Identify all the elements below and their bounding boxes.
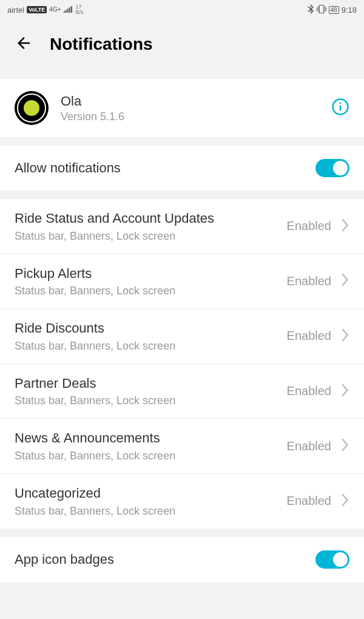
category-title: Ride Status and Account Updates	[15, 210, 277, 228]
bluetooth-icon	[307, 4, 314, 16]
back-arrow-icon[interactable]	[15, 34, 33, 55]
page-title: Notifications	[50, 35, 153, 54]
clock: 9:18	[342, 5, 357, 15]
category-ride-discounts[interactable]: Ride Discounts Status bar, Banners, Lock…	[0, 309, 364, 364]
category-sub: Status bar, Banners, Lock screen	[15, 450, 277, 462]
category-status: Enabled	[287, 494, 331, 508]
app-info-card: Ola Version 5.1.6	[0, 79, 364, 137]
chevron-right-icon	[341, 438, 349, 454]
category-status: Enabled	[287, 384, 331, 398]
app-icon-badges-label: App icon badges	[15, 552, 114, 567]
chevron-right-icon	[341, 218, 349, 234]
allow-notifications-row[interactable]: Allow notifications	[0, 146, 364, 191]
app-icon-badges-row[interactable]: App icon badges	[0, 537, 364, 582]
status-bar: airtel VoLTE 4G+ 17 B/s 48 9:18	[0, 0, 364, 19]
info-icon[interactable]	[331, 98, 349, 118]
category-title: Pickup Alerts	[15, 265, 277, 283]
category-sub: Status bar, Banners, Lock screen	[15, 285, 277, 297]
category-ride-status[interactable]: Ride Status and Account Updates Status b…	[0, 199, 364, 254]
category-pickup-alerts[interactable]: Pickup Alerts Status bar, Banners, Lock …	[0, 254, 364, 310]
allow-notifications-toggle[interactable]	[315, 159, 349, 177]
app-icon	[15, 91, 49, 125]
battery-indicator: 48	[329, 6, 339, 14]
chevron-right-icon	[341, 273, 349, 289]
volte-badge: VoLTE	[27, 6, 47, 13]
chevron-right-icon	[341, 328, 349, 344]
category-uncategorized[interactable]: Uncategorized Status bar, Banners, Lock …	[0, 474, 364, 529]
carrier-label: airtel	[7, 5, 24, 15]
category-status: Enabled	[287, 329, 331, 343]
category-sub: Status bar, Banners, Lock screen	[15, 505, 277, 518]
category-title: News & Announcements	[15, 430, 277, 447]
app-bar: Notifications	[0, 19, 364, 69]
category-status: Enabled	[287, 219, 331, 233]
category-news-announcements[interactable]: News & Announcements Status bar, Banners…	[0, 419, 364, 474]
signal-icon	[64, 5, 73, 15]
category-sub: Status bar, Banners, Lock screen	[15, 394, 277, 407]
app-icon-badges-section: App icon badges	[0, 537, 364, 582]
svg-rect-3	[340, 103, 342, 104]
category-status: Enabled	[287, 274, 331, 288]
svg-rect-0	[320, 5, 323, 13]
app-icon-badges-toggle[interactable]	[315, 550, 349, 569]
app-text: Ola Version 5.1.6	[61, 93, 319, 123]
category-sub: Status bar, Banners, Lock screen	[15, 230, 277, 243]
svg-rect-2	[340, 106, 342, 111]
category-title: Uncategorized	[15, 485, 277, 502]
chevron-right-icon	[341, 384, 349, 399]
app-name: Ola	[61, 93, 319, 109]
status-left: airtel VoLTE 4G+ 17 B/s	[7, 4, 84, 15]
category-title: Ride Discounts	[15, 320, 277, 337]
app-version: Version 5.1.6	[61, 110, 319, 123]
status-right: 48 9:18	[307, 4, 357, 16]
allow-notifications-label: Allow notifications	[15, 160, 121, 176]
category-status: Enabled	[287, 439, 331, 453]
category-title: Partner Deals	[15, 375, 277, 393]
data-rate: 17 B/s	[76, 4, 84, 15]
chevron-right-icon	[341, 493, 349, 509]
allow-notifications-section: Allow notifications	[0, 146, 364, 191]
category-sub: Status bar, Banners, Lock screen	[15, 340, 277, 353]
network-type: 4G+	[49, 7, 61, 13]
category-list: Ride Status and Account Updates Status b…	[0, 199, 364, 529]
vibrate-icon	[317, 5, 326, 15]
category-partner-deals[interactable]: Partner Deals Status bar, Banners, Lock …	[0, 364, 364, 419]
